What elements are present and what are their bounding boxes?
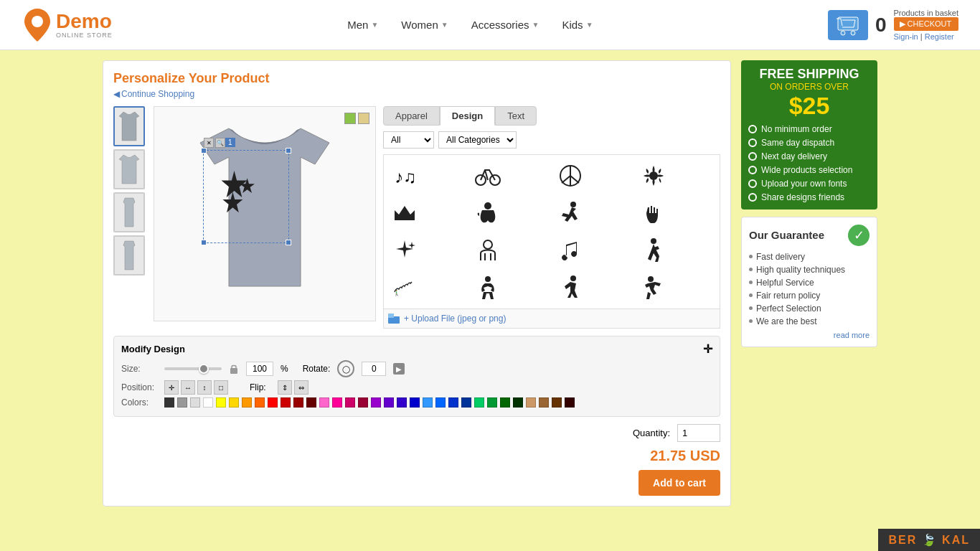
color-swatch-10[interactable] xyxy=(293,397,303,408)
rotate-right-button[interactable]: ▶ xyxy=(393,363,405,375)
filter-category[interactable]: All Sports Nature xyxy=(383,131,434,149)
zoom-sel-icon[interactable]: 🔍 xyxy=(215,138,225,148)
color-swatch-8[interactable] xyxy=(268,397,278,408)
nav-women[interactable]: Women ▼ xyxy=(390,13,459,37)
handle-bl[interactable] xyxy=(201,240,207,245)
tab-text[interactable]: Text xyxy=(495,106,537,126)
continue-shopping-link[interactable]: ◀ Continue Shopping xyxy=(113,89,720,99)
color-swatch-11[interactable] xyxy=(306,397,316,408)
color-swatch-6[interactable] xyxy=(242,397,252,408)
sign-in-link[interactable]: Sign-in xyxy=(894,32,918,41)
rotate-input[interactable] xyxy=(362,362,386,376)
icon-figure1[interactable] xyxy=(470,270,506,306)
nav-men[interactable]: Men ▼ xyxy=(336,13,390,37)
thumb-right[interactable] xyxy=(113,235,145,276)
icon-runner[interactable] xyxy=(552,195,588,231)
icon-evolution[interactable]: 🚶‍♂️ xyxy=(387,270,423,306)
upload-row[interactable]: + Upload File (jpeg or png) xyxy=(383,309,720,329)
color-swatch-23[interactable] xyxy=(461,397,471,408)
color-swatch-19[interactable] xyxy=(410,397,420,408)
icon-dancer[interactable] xyxy=(636,232,672,268)
icon-handprint[interactable] xyxy=(636,195,672,231)
logo[interactable]: Demo ONLINE STORE xyxy=(22,7,113,43)
tab-design[interactable]: Design xyxy=(440,106,495,126)
color-swatch-4[interactable] xyxy=(216,397,226,408)
thumb-back[interactable] xyxy=(113,149,145,189)
icon-figure3[interactable] xyxy=(636,270,672,306)
color-swatch-2[interactable] xyxy=(190,397,200,408)
color-swatch-13[interactable] xyxy=(332,397,342,408)
color-swatch-7[interactable] xyxy=(255,397,265,408)
thumb-front[interactable] xyxy=(113,106,145,146)
nav-accessories[interactable]: Accessories ▼ xyxy=(460,13,551,37)
icon-music[interactable]: ♪♫ xyxy=(387,158,423,194)
icon-peace[interactable] xyxy=(552,158,588,194)
color-swatch-22[interactable] xyxy=(448,397,458,408)
size-slider[interactable] xyxy=(164,367,222,370)
icon-gear-flower[interactable] xyxy=(636,158,672,194)
color-swatch-21[interactable] xyxy=(435,397,446,408)
selection-box[interactable]: ✕ 🔍 1 xyxy=(203,150,289,243)
color-swatch-24[interactable] xyxy=(474,397,484,408)
svg-point-2 xyxy=(841,31,845,35)
color-swatch-9[interactable] xyxy=(281,397,291,408)
nav-kids[interactable]: Kids ▼ xyxy=(550,13,604,37)
color-swatch-12[interactable] xyxy=(319,397,329,408)
color-swatch-15[interactable] xyxy=(358,397,368,408)
color-swatch-5[interactable] xyxy=(229,397,239,408)
flip-v-button[interactable]: ⇔ xyxy=(294,380,308,395)
icon-bicycle[interactable] xyxy=(470,158,506,194)
read-more-link[interactable]: read more xyxy=(749,331,870,339)
position-v-icon[interactable]: ↕ xyxy=(197,380,212,395)
delete-sel-icon[interactable]: ✕ xyxy=(204,138,214,148)
position-all-icon[interactable]: ✛ xyxy=(164,380,179,395)
color-swatch-16[interactable] xyxy=(371,397,381,408)
thumb-left[interactable] xyxy=(113,192,145,232)
color-swatch-3[interactable] xyxy=(203,397,213,408)
add-to-cart-button[interactable]: Add to cart xyxy=(639,470,720,496)
icon-sparkles[interactable] xyxy=(387,232,423,268)
radio-circle xyxy=(748,152,757,161)
color-swatch-29[interactable] xyxy=(539,397,549,408)
position-box-icon[interactable]: □ xyxy=(214,380,228,395)
color-swatch-28[interactable] xyxy=(526,397,536,408)
handle-tr[interactable] xyxy=(286,148,291,154)
tab-apparel[interactable]: Apparel xyxy=(383,106,440,126)
svg-line-17 xyxy=(562,176,570,183)
icon-crown[interactable] xyxy=(387,195,423,231)
color-swatch-17[interactable] xyxy=(384,397,394,408)
icon-baby[interactable] xyxy=(470,195,506,231)
color-swatch-20[interactable] xyxy=(423,397,433,408)
color-swatch-18[interactable] xyxy=(397,397,407,408)
color-swatch-1[interactable] xyxy=(177,397,187,408)
icon-figure2[interactable] xyxy=(552,270,588,306)
handle-br[interactable] xyxy=(286,240,291,245)
color-swatch-26[interactable] xyxy=(500,397,510,408)
position-h-icon[interactable]: ↔ xyxy=(181,380,195,395)
register-link[interactable]: Register xyxy=(925,32,954,41)
color-swatch-30[interactable] xyxy=(552,397,562,408)
svg-point-3 xyxy=(851,31,855,35)
size-input[interactable] xyxy=(246,362,273,376)
swatch-tan[interactable] xyxy=(358,113,369,124)
icon-music-note[interactable] xyxy=(552,232,588,268)
radio-circle xyxy=(748,193,757,202)
filter-subcategory[interactable]: All Categories Icons Symbols xyxy=(438,131,517,149)
cart-info: Products in basket ▶ CHECKOUT Sign-in | … xyxy=(894,9,959,41)
swatch-green[interactable] xyxy=(344,113,356,124)
flip-h-button[interactable]: ⇕ xyxy=(278,380,292,395)
color-swatch-14[interactable] xyxy=(345,397,355,408)
icon-person[interactable] xyxy=(470,232,506,268)
bullet-dot xyxy=(749,306,753,310)
color-swatch-31[interactable] xyxy=(565,397,575,408)
position-label: Position: xyxy=(121,382,157,392)
bullet-dot xyxy=(749,268,753,271)
quantity-input[interactable] xyxy=(677,424,720,442)
checkout-button[interactable]: ▶ CHECKOUT xyxy=(894,17,959,31)
handle-tl[interactable] xyxy=(201,148,207,154)
color-swatch-27[interactable] xyxy=(513,397,523,408)
tshirt-canvas[interactable]: ✕ 🔍 1 xyxy=(154,106,376,321)
crosshair-icon[interactable]: ✛ xyxy=(703,342,712,356)
color-swatch-0[interactable] xyxy=(164,397,174,408)
color-swatch-25[interactable] xyxy=(487,397,497,408)
